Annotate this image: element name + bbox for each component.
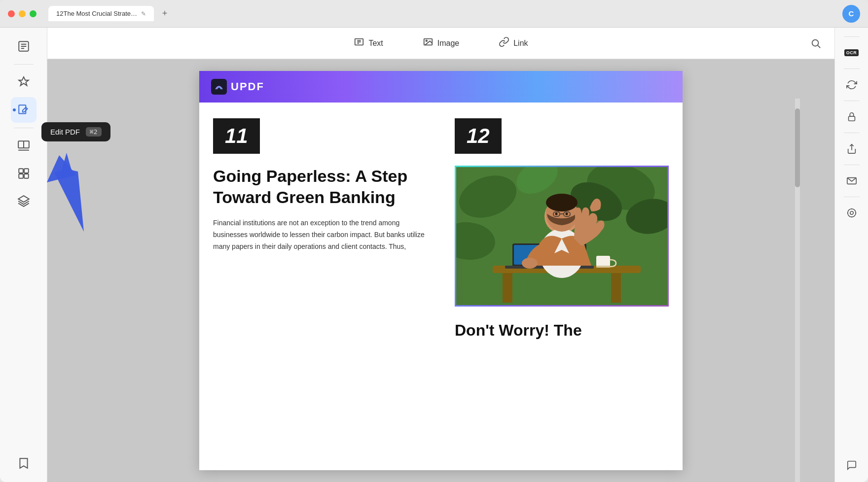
user-avatar[interactable]: C — [842, 5, 860, 23]
pdf-header: UPDF — [199, 71, 683, 103]
scrollbar-thumb[interactable] — [795, 108, 800, 187]
sidebar-item-pages[interactable] — [11, 133, 36, 159]
svg-point-51 — [850, 211, 853, 214]
svg-rect-34 — [596, 256, 610, 267]
image-tool-button[interactable]: Image — [415, 33, 467, 54]
person-illustration — [456, 167, 667, 305]
sidebar-item-highlight[interactable] — [11, 69, 36, 95]
svg-point-45 — [566, 213, 568, 215]
link-icon — [499, 36, 509, 50]
add-tab-button[interactable]: + — [158, 7, 172, 21]
right-divider-3 — [844, 133, 860, 133]
pdf-right-column: 12 — [441, 103, 683, 357]
comments-tool-button[interactable] — [841, 454, 863, 476]
tab-edit-icon[interactable]: ✎ — [141, 10, 146, 17]
image-label: Image — [437, 39, 459, 48]
titlebar: 12The Most Crucial Strate… ✎ + C — [0, 0, 868, 28]
content-area: UPDF 11 Going Paperless: A Step Toward G… — [47, 59, 834, 482]
pdf-left-heading: Going Paperless: A Step Toward Green Ban… — [213, 166, 427, 207]
sidebar-item-organize[interactable] — [11, 161, 36, 186]
svg-rect-5 — [18, 141, 24, 148]
tooltip-container: Edit PDF ⌘2 — [41, 122, 110, 141]
pdf-page: UPDF 11 Going Paperless: A Step Toward G… — [199, 71, 683, 470]
pdf-left-column: 11 Going Paperless: A Step Toward Green … — [199, 103, 441, 357]
updf-logo: UPDF — [211, 79, 264, 95]
pdf-image — [456, 167, 667, 305]
text-icon — [354, 36, 364, 50]
minimize-button[interactable] — [19, 10, 26, 17]
right-divider-2 — [844, 101, 860, 101]
updf-brand-text: UPDF — [231, 80, 264, 93]
email-tool-button[interactable] — [841, 170, 863, 192]
right-divider-1 — [844, 69, 860, 69]
share-tool-button[interactable] — [841, 138, 863, 160]
save-tool-button[interactable] — [841, 202, 863, 224]
svg-marker-12 — [18, 196, 29, 202]
top-toolbar: Text Image — [47, 28, 834, 59]
pdf-image-wrapper — [455, 166, 669, 307]
ocr-tool-button[interactable]: OCR — [841, 42, 863, 64]
app-window: 12The Most Crucial Strate… ✎ + C — [0, 0, 868, 482]
right-divider-4 — [844, 165, 860, 165]
tooltip-label: Edit PDF — [50, 128, 80, 136]
app-body: Text Image — [0, 28, 868, 482]
sidebar-item-bookmark[interactable] — [11, 450, 36, 476]
link-tool-button[interactable]: Link — [491, 33, 536, 54]
sidebar-item-edit-pdf[interactable] — [11, 97, 36, 123]
svg-rect-47 — [848, 116, 855, 121]
convert-tool-button[interactable] — [841, 74, 863, 96]
close-button[interactable] — [8, 10, 15, 17]
svg-point-19 — [812, 39, 819, 46]
right-sidebar: OCR — [834, 28, 868, 482]
svg-rect-35 — [596, 266, 610, 268]
tab-area: 12The Most Crucial Strate… ✎ + — [48, 6, 836, 21]
svg-point-40 — [546, 194, 578, 211]
svg-rect-29 — [503, 273, 512, 303]
link-label: Link — [513, 39, 528, 48]
protect-tool-button[interactable] — [841, 106, 863, 128]
sidebar-item-layers[interactable] — [11, 188, 36, 214]
svg-rect-11 — [24, 174, 29, 178]
svg-point-50 — [847, 209, 856, 217]
tooltip-box: Edit PDF ⌘2 — [41, 122, 110, 141]
section-number-12: 12 — [455, 118, 502, 154]
traffic-lights — [8, 10, 36, 17]
ocr-badge: OCR — [844, 49, 859, 56]
tooltip-shortcut: ⌘2 — [86, 127, 102, 137]
svg-point-44 — [555, 213, 558, 215]
svg-point-18 — [426, 40, 427, 41]
left-sidebar — [0, 28, 47, 482]
svg-point-46 — [522, 258, 538, 269]
svg-line-20 — [818, 45, 820, 48]
sidebar-item-document[interactable] — [11, 34, 36, 59]
svg-rect-10 — [19, 174, 23, 178]
image-icon — [423, 36, 434, 50]
tab-title: 12The Most Crucial Strate… — [56, 10, 137, 17]
right-divider-5 — [844, 197, 860, 197]
text-label: Text — [368, 39, 383, 48]
scrollbar-track[interactable] — [795, 99, 800, 482]
updf-logo-icon — [211, 79, 227, 95]
svg-rect-8 — [19, 169, 23, 173]
sidebar-divider-1 — [14, 64, 34, 65]
pdf-left-body: Financial institutions are not an except… — [213, 217, 427, 252]
pdf-viewer[interactable]: UPDF 11 Going Paperless: A Step Toward G… — [47, 59, 834, 482]
active-tab[interactable]: 12The Most Crucial Strate… ✎ — [48, 6, 154, 21]
pdf-right-heading: Don't Worry! The — [455, 320, 669, 341]
search-button[interactable] — [807, 34, 825, 52]
svg-rect-30 — [611, 273, 621, 303]
sidebar-divider-2 — [14, 128, 34, 128]
svg-rect-6 — [24, 141, 29, 148]
maximize-button[interactable] — [30, 10, 36, 17]
right-divider-top — [844, 36, 860, 37]
svg-rect-9 — [24, 169, 29, 173]
pdf-content: 11 Going Paperless: A Step Toward Green … — [199, 103, 683, 357]
text-tool-button[interactable]: Text — [346, 33, 391, 54]
section-number-11: 11 — [213, 118, 260, 154]
